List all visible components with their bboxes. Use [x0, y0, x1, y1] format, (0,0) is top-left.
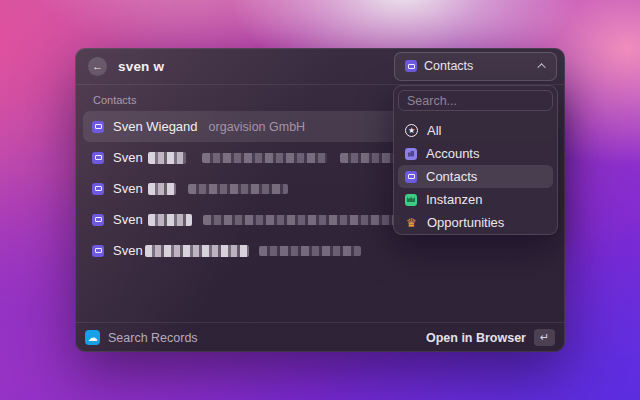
dropdown-item-label: Opportunities [427, 215, 504, 230]
result-subtitle: orgavision GmbH [209, 120, 306, 134]
redacted-text-block [203, 215, 401, 225]
dropdown-item-label: Accounts [426, 146, 479, 161]
search-records-window: ← sven w Contacts Contacts Sven Wiegando… [75, 48, 565, 352]
back-arrow-icon: ← [92, 57, 103, 75]
result-title: Sven [113, 243, 143, 258]
filter-dropdown-menu: ★AllAccountsContactsInstanzen♛Opportunit… [393, 85, 558, 235]
dropdown-item-accounts[interactable]: Accounts [398, 142, 553, 165]
account-icon [405, 148, 417, 160]
result-title: Sven [113, 212, 143, 227]
contact-result-row[interactable]: Sven [83, 235, 557, 266]
app-name-label: Search Records [108, 331, 418, 345]
redacted-text-block [148, 183, 176, 195]
filter-dropdown-label: Contacts [424, 59, 533, 73]
dropdown-item-instanzen[interactable]: Instanzen [398, 188, 553, 211]
contact-object-icon [92, 214, 104, 226]
search-header: ← sven w Contacts [75, 48, 565, 84]
redacted-text-block [145, 245, 249, 257]
redacted-text-block [148, 152, 186, 164]
chevron-up-icon [537, 63, 545, 71]
dropdown-search-input[interactable] [407, 94, 544, 108]
redacted-text-block [148, 214, 192, 226]
back-button[interactable]: ← [88, 57, 107, 76]
contact-object-icon [92, 152, 104, 164]
dropdown-search-field[interactable] [398, 90, 553, 111]
contact-object-icon [92, 245, 104, 257]
result-title: Sven [113, 150, 143, 165]
footer-bar: ☁ Search Records Open in Browser ↵ [75, 322, 565, 352]
instance-icon [405, 194, 417, 206]
contact-icon [405, 171, 417, 183]
redacted-text-block [188, 184, 288, 194]
return-key-icon[interactable]: ↵ [534, 329, 555, 346]
redacted-text-block [259, 246, 361, 256]
dropdown-item-label: Instanzen [426, 192, 482, 207]
opportunity-icon: ♛ [405, 217, 418, 229]
dropdown-item-label: All [427, 123, 441, 138]
open-in-browser-button[interactable]: Open in Browser [426, 331, 526, 345]
dropdown-item-opportunities[interactable]: ♛Opportunities [398, 211, 553, 234]
dropdown-item-all[interactable]: ★All [398, 119, 553, 142]
result-title: Sven Wiegand [113, 119, 198, 134]
salesforce-cloud-icon: ☁ [85, 330, 100, 345]
contact-object-icon [92, 121, 104, 133]
filter-dropdown-button[interactable]: Contacts [394, 52, 557, 81]
dropdown-item-label: Contacts [426, 169, 477, 184]
contact-object-icon [92, 183, 104, 195]
contact-object-icon [405, 60, 417, 72]
dropdown-item-contacts[interactable]: Contacts [398, 165, 553, 188]
search-query-input[interactable]: sven w [118, 59, 394, 74]
dropdown-menu-list: ★AllAccountsContactsInstanzen♛Opportunit… [394, 115, 557, 238]
all-star-icon: ★ [405, 124, 418, 137]
redacted-text-block [202, 153, 327, 163]
result-title: Sven [113, 181, 143, 196]
